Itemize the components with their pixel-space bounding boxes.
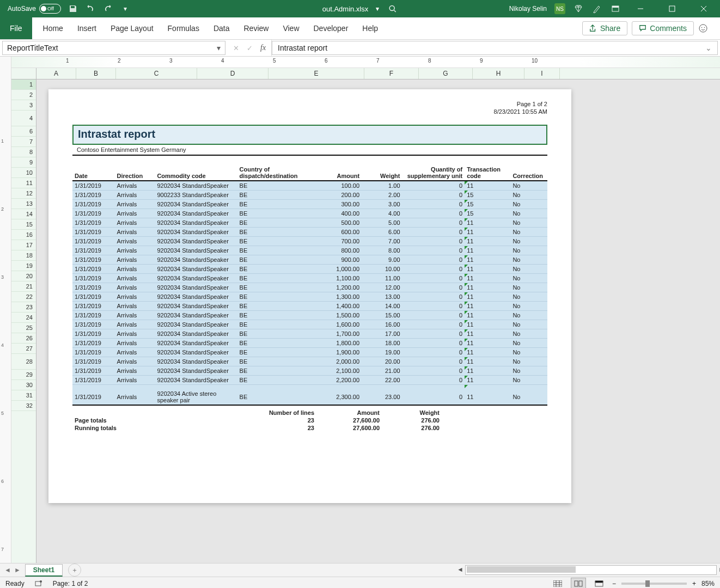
cell-amt[interactable]: 200.00 bbox=[316, 190, 362, 199]
cell-wt[interactable]: 11.00 bbox=[362, 273, 402, 283]
cell-ctry[interactable]: BE bbox=[237, 181, 316, 191]
cell-qty[interactable]: 0 bbox=[402, 227, 465, 236]
cell-amt[interactable]: 1,000.00 bbox=[316, 264, 362, 273]
filename-dropdown-icon[interactable]: ▾ bbox=[376, 5, 379, 13]
row-header[interactable]: 8 bbox=[11, 147, 36, 157]
cell-qty[interactable]: 0 bbox=[402, 283, 465, 292]
th-direction[interactable]: Direction bbox=[115, 164, 155, 181]
cell-qty[interactable]: 0 bbox=[402, 181, 465, 191]
cell-date[interactable]: 1/31/2019 bbox=[72, 181, 115, 191]
cell-ctry[interactable]: BE bbox=[237, 273, 316, 283]
cell-date[interactable]: 1/31/2019 bbox=[72, 283, 115, 292]
close-button[interactable] bbox=[692, 0, 716, 17]
cell-comm[interactable]: 9202034 StandardSpeaker bbox=[155, 264, 237, 273]
cell-qty[interactable]: 0 bbox=[402, 255, 465, 264]
row-header[interactable]: 19 bbox=[11, 261, 36, 271]
table-row[interactable]: 1/31/2019Arrivals9202034 StandardSpeaker… bbox=[72, 209, 547, 218]
cell-amt[interactable]: 1,600.00 bbox=[316, 320, 362, 329]
cell-date[interactable]: 1/31/2019 bbox=[72, 255, 115, 264]
share-button[interactable]: Share bbox=[582, 21, 627, 35]
cell-corr[interactable]: No bbox=[510, 227, 547, 236]
sheet-nav-prev-icon[interactable]: ◄ bbox=[4, 566, 11, 574]
horizontal-scrollbar[interactable]: ◄ ► bbox=[465, 565, 717, 575]
cell-comm[interactable]: 9202034 StandardSpeaker bbox=[155, 227, 237, 236]
cell-amt[interactable]: 1,900.00 bbox=[316, 347, 362, 357]
cell-txn[interactable]: 11 bbox=[465, 329, 510, 338]
cell-comm[interactable]: 9202034 StandardSpeaker bbox=[155, 366, 237, 375]
cell-corr[interactable]: No bbox=[510, 320, 547, 329]
cell-qty[interactable]: 0 bbox=[402, 246, 465, 255]
ribbon-tab-help[interactable]: Help bbox=[362, 24, 378, 33]
cell-dir[interactable]: Arrivals bbox=[115, 246, 155, 255]
cell-comm[interactable]: 9202034 StandardSpeaker bbox=[155, 255, 237, 264]
cell-wt[interactable]: 3.00 bbox=[362, 199, 402, 209]
cell-txn[interactable]: 11 bbox=[465, 338, 510, 347]
cell-comm[interactable]: 9202034 StandardSpeaker bbox=[155, 329, 237, 338]
cell-dir[interactable]: Arrivals bbox=[115, 301, 155, 310]
col-header-G[interactable]: G bbox=[419, 68, 473, 79]
table-row[interactable]: 1/31/2019Arrivals9002233 StandardSpeaker… bbox=[72, 190, 547, 199]
col-header-H[interactable]: H bbox=[473, 68, 524, 79]
maximize-button[interactable] bbox=[660, 0, 684, 17]
row-header[interactable]: 7 bbox=[11, 137, 36, 147]
cell-date[interactable]: 1/31/2019 bbox=[72, 301, 115, 310]
cell-ctry[interactable]: BE bbox=[237, 292, 316, 301]
th-date[interactable]: Date bbox=[72, 164, 115, 181]
cell-ctry[interactable]: BE bbox=[237, 283, 316, 292]
row-header[interactable]: 20 bbox=[11, 271, 36, 281]
table-row[interactable]: 1/31/2019Arrivals9202034 StandardSpeaker… bbox=[72, 357, 547, 366]
cell-amt[interactable]: 1,100.00 bbox=[316, 273, 362, 283]
cell-comm[interactable]: 9202034 StandardSpeaker bbox=[155, 283, 237, 292]
cell-corr[interactable]: No bbox=[510, 199, 547, 209]
zoom-slider[interactable] bbox=[621, 583, 687, 585]
cell-txn[interactable]: 11 bbox=[465, 310, 510, 320]
cell-txn[interactable]: 15 bbox=[465, 190, 510, 199]
row-header[interactable]: 9 bbox=[11, 157, 36, 168]
cell-date[interactable]: 1/31/2019 bbox=[72, 366, 115, 375]
row-header[interactable]: 30 bbox=[11, 380, 36, 390]
cell-txn[interactable]: 11 bbox=[465, 292, 510, 301]
table-row[interactable]: 1/31/2019Arrivals9202034 StandardSpeaker… bbox=[72, 227, 547, 236]
cell-wt[interactable]: 15.00 bbox=[362, 310, 402, 320]
cell-amt[interactable]: 500.00 bbox=[316, 218, 362, 227]
hscroll-left-icon[interactable]: ◄ bbox=[456, 566, 465, 573]
table-row[interactable]: 1/31/2019Arrivals9202034 StandardSpeaker… bbox=[72, 301, 547, 310]
cell-wt[interactable]: 21.00 bbox=[362, 366, 402, 375]
table-row[interactable]: 1/31/2019Arrivals9202034 StandardSpeaker… bbox=[72, 375, 547, 384]
table-row[interactable]: 1/31/2019Arrivals9202034 Active stereo s… bbox=[72, 384, 547, 405]
cell-comm[interactable]: 9202034 StandardSpeaker bbox=[155, 357, 237, 366]
cell-wt[interactable]: 17.00 bbox=[362, 329, 402, 338]
feedback-smiley-icon[interactable] bbox=[698, 23, 713, 33]
cell-txn[interactable]: 11 bbox=[465, 255, 510, 264]
cell-wt[interactable]: 13.00 bbox=[362, 292, 402, 301]
undo-icon[interactable] bbox=[85, 3, 96, 14]
hscroll-thumb[interactable] bbox=[467, 566, 576, 573]
cell-amt[interactable]: 1,400.00 bbox=[316, 301, 362, 310]
cell-corr[interactable]: No bbox=[510, 384, 547, 405]
cell-comm[interactable]: 9202034 StandardSpeaker bbox=[155, 301, 237, 310]
cell-txn[interactable]: 11 bbox=[465, 320, 510, 329]
cell-amt[interactable]: 2,000.00 bbox=[316, 357, 362, 366]
cell-date[interactable]: 1/31/2019 bbox=[72, 199, 115, 209]
row-header[interactable]: 27 bbox=[11, 344, 36, 354]
cell-txn[interactable]: 11 bbox=[465, 357, 510, 366]
cell-corr[interactable]: No bbox=[510, 310, 547, 320]
cell-qty[interactable]: 0 bbox=[402, 366, 465, 375]
row-header[interactable]: 22 bbox=[11, 292, 36, 302]
row-header[interactable]: 1 bbox=[11, 79, 36, 90]
cell-txn[interactable]: 11 bbox=[465, 227, 510, 236]
cell-txn[interactable]: 11 bbox=[465, 264, 510, 273]
new-sheet-button[interactable]: ＋ bbox=[68, 564, 81, 577]
table-row[interactable]: 1/31/2019Arrivals9202034 StandardSpeaker… bbox=[72, 255, 547, 264]
hscroll-right-icon[interactable]: ► bbox=[717, 566, 720, 573]
cell-qty[interactable]: 0 bbox=[402, 292, 465, 301]
row-header[interactable]: 32 bbox=[11, 401, 36, 411]
cell-wt[interactable]: 23.00 bbox=[362, 384, 402, 405]
name-box-dropdown-icon[interactable]: ▾ bbox=[217, 44, 221, 52]
cell-dir[interactable]: Arrivals bbox=[115, 357, 155, 366]
cell-date[interactable]: 1/31/2019 bbox=[72, 375, 115, 384]
cell-wt[interactable]: 12.00 bbox=[362, 283, 402, 292]
cell-txn[interactable]: 11 bbox=[465, 384, 510, 405]
col-header-F[interactable]: F bbox=[364, 68, 419, 79]
row-header[interactable]: 25 bbox=[11, 323, 36, 333]
